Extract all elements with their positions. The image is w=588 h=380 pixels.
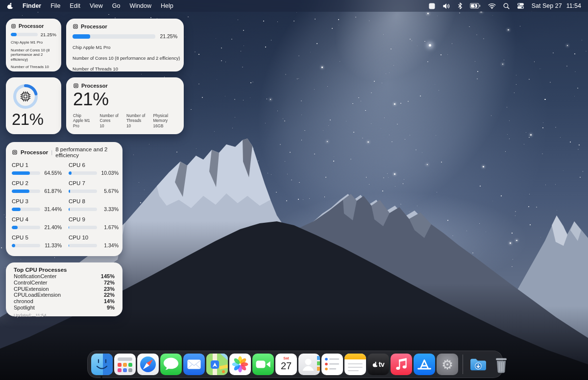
volume-icon[interactable] — [442, 3, 450, 9]
processor-widget-small[interactable]: Processor 21.25% Chip Apple M1 Pro Numbe… — [6, 19, 61, 71]
cpu-chip-icon — [73, 83, 79, 89]
apple-menu-icon[interactable] — [7, 2, 13, 10]
launchpad-dot — [118, 368, 122, 372]
menu-view[interactable]: View — [90, 2, 103, 9]
dock-notes-icon[interactable] — [344, 354, 366, 375]
cpu-usage-big-percent: 21% — [73, 89, 177, 110]
processor-gauge-widget[interactable]: 21% — [6, 77, 61, 134]
process-row: ControlCenter72% — [14, 280, 115, 286]
dock-contacts-icon[interactable] — [298, 354, 320, 375]
cpu-cores-widget[interactable]: Processor | 8 performance and 2 efficien… — [6, 142, 122, 256]
cpu-core-row: CPU 91.67% — [69, 216, 119, 230]
updated-time: 11:54 — [36, 313, 47, 318]
cpu-core-row: CPU 164.55% — [12, 162, 62, 176]
cpu-usage-percent: 21.25% — [160, 33, 177, 39]
dock-maps-icon[interactable] — [206, 354, 228, 375]
menu-clock-date: Sat Sep 27 — [532, 2, 562, 9]
calendar-day: 27 — [281, 361, 292, 371]
dock-calendar-icon[interactable]: Sat 27 — [275, 354, 297, 375]
tv-label: tv — [379, 360, 384, 368]
menu-file[interactable]: File — [50, 2, 60, 9]
updated-row: Updated: 11:54 — [14, 313, 115, 318]
menu-items: FileEditViewGoWindowHelp — [50, 2, 173, 9]
cpu-usage-percent: 21.25% — [41, 32, 56, 37]
dock-mail-icon[interactable] — [183, 354, 205, 375]
cpu-core-row: CPU 610.03% — [69, 162, 119, 176]
launchpad-dot — [123, 363, 127, 367]
threads-info: Number of Threads 10 — [11, 65, 56, 70]
dock-photos-icon[interactable] — [229, 354, 251, 375]
cpu-core-bar — [69, 171, 97, 175]
top-cpu-processes-widget[interactable]: Top CPU Processes NotificationCenter145%… — [6, 262, 122, 316]
dock-reminders-icon[interactable] — [321, 354, 343, 375]
control-center-icon[interactable] — [517, 2, 524, 9]
wifi-icon[interactable] — [488, 3, 496, 9]
widget-title: Top CPU Processes — [14, 266, 115, 273]
dock-safari-icon[interactable] — [137, 354, 159, 375]
cpu-chip-icon — [11, 24, 16, 29]
cpu-core-row: CPU 83.33% — [69, 198, 119, 212]
dock-finder-icon[interactable] — [91, 354, 113, 375]
threads-info: Number of Threads 10 — [73, 67, 177, 71]
dock: Sat 27 tv — [87, 351, 503, 378]
dock-app-store-icon[interactable] — [414, 354, 435, 375]
cpu-core-row: CPU 331.44% — [12, 198, 62, 212]
bluetooth-icon[interactable] — [458, 2, 463, 9]
dock-tv-icon[interactable]: tv — [368, 354, 389, 375]
battery-charging-icon[interactable] — [470, 3, 481, 9]
chip-info: Chip Apple M1 Pro — [11, 40, 56, 45]
process-row: chronod14% — [14, 298, 115, 305]
cpu-core-row: CPU 421.40% — [12, 216, 62, 230]
title-divider: | — [51, 149, 52, 155]
cpu-ring-gauge — [12, 83, 39, 110]
cpu-usage-bar — [11, 33, 38, 36]
widget-app-icon[interactable] — [429, 3, 435, 9]
cpu-core-bar — [69, 244, 97, 247]
cpu-core-row: CPU 101.34% — [69, 235, 119, 248]
cpu-core-bar — [12, 171, 40, 175]
cpu-core-bar — [69, 190, 97, 193]
menu-edit[interactable]: Edit — [70, 2, 80, 9]
process-row: Spotlight9% — [14, 305, 115, 311]
menu-app-name[interactable]: Finder — [23, 2, 41, 9]
cpu-core-bar — [69, 226, 97, 229]
process-row: NotificationCenter145% — [14, 273, 115, 280]
cpu-core-bar — [12, 190, 40, 193]
cpu-core-grid: CPU 164.55%CPU 261.87%CPU 331.44%CPU 421… — [12, 162, 119, 253]
menu-go[interactable]: Go — [112, 2, 121, 9]
dock-separator — [463, 355, 463, 374]
dock-messages-icon[interactable] — [160, 354, 182, 375]
process-row: CPULoadExtension22% — [14, 292, 115, 298]
menu-window[interactable]: Window — [129, 2, 151, 9]
menu-clock[interactable]: Sat Sep 27 11:54 — [532, 2, 581, 9]
dock-music-icon[interactable] — [391, 354, 412, 375]
gear-icon: ⚙ — [441, 358, 453, 371]
dock-facetime-icon[interactable] — [252, 354, 274, 375]
menu-clock-time: 11:54 — [566, 2, 581, 9]
overview-stat: Number of Threads10 — [126, 114, 150, 129]
processor-overview-widget[interactable]: Processor 21% ChipApple M1 ProNumber of … — [66, 77, 184, 134]
cores-info: Number of Cores 10 (8 performance and 2 … — [11, 48, 56, 62]
cpu-column-right: CPU 610.03%CPU 75.67%CPU 83.33%CPU 91.67… — [69, 162, 119, 253]
cpu-core-row: CPU 75.67% — [69, 180, 119, 194]
launchpad-dot — [123, 368, 127, 372]
process-row: CPUExtension23% — [14, 286, 115, 292]
overview-stats: ChipApple M1 ProNumber of Cores10Number … — [73, 114, 177, 129]
cpu-chip-icon — [20, 91, 31, 102]
dock-system-settings-icon[interactable]: ⚙ — [437, 354, 458, 375]
finder-running-indicator — [100, 376, 102, 378]
dock-launchpad-icon[interactable] — [114, 354, 136, 375]
processor-widget-wide[interactable]: Processor 21.25% Chip Apple M1 Pro Numbe… — [66, 19, 184, 71]
cpu-core-bar — [12, 244, 40, 247]
launchpad-dot — [128, 368, 132, 372]
spotlight-icon[interactable] — [503, 3, 510, 9]
overview-stat: Physical Memory16GB — [153, 114, 177, 129]
menu-help[interactable]: Help — [161, 2, 173, 9]
cpu-column-left: CPU 164.55%CPU 261.87%CPU 331.44%CPU 421… — [12, 162, 62, 253]
widget-subtitle: 8 performance and 2 efficiency — [55, 146, 119, 158]
dock-downloads-icon[interactable] — [467, 354, 489, 375]
dock-trash-icon[interactable] — [490, 354, 512, 375]
cpu-usage-big-percent: 21% — [12, 110, 55, 129]
process-list: NotificationCenter145%ControlCenter72%CP… — [14, 273, 115, 311]
overview-stat: Number of Cores10 — [100, 114, 124, 129]
